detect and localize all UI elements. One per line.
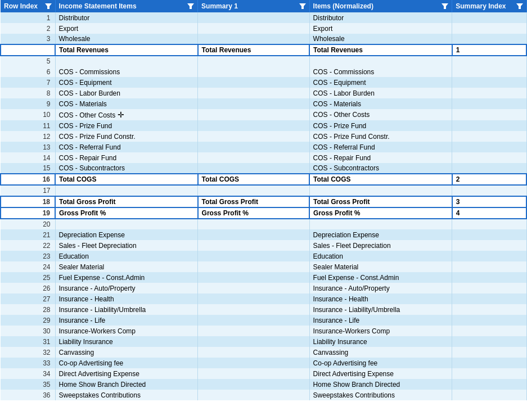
table-row: 32CanvassingCanvassing — [1, 347, 526, 358]
cell-index: 13 — [1, 142, 55, 152]
cell-income: COS - Referral Fund — [55, 142, 198, 152]
cell-summary-index — [452, 347, 526, 358]
filter-icon-summary-index[interactable] — [516, 3, 523, 9]
table-row: 31Liability InsuranceLiability Insurance — [1, 336, 526, 347]
cell-index: 28 — [1, 304, 55, 315]
cell-summary-index — [452, 229, 526, 240]
move-cursor-icon: ✛ — [118, 110, 124, 119]
svg-marker-4 — [516, 3, 523, 9]
cell-summary-index — [452, 219, 526, 229]
cell-income: COS - Prize Fund Constr. — [55, 131, 198, 142]
cell-summary-index — [452, 251, 526, 261]
cell-index: 26 — [1, 283, 55, 293]
cell-summary-index: 2 — [452, 174, 526, 185]
table-row: 22Sales - Fleet DepreciationSales - Flee… — [1, 240, 526, 251]
table-row: 25Fuel Expense - Const.AdminFuel Expense… — [1, 272, 526, 283]
cell-summary1: Total COGS — [198, 174, 309, 185]
cell-summary-index — [452, 336, 526, 347]
cell-index: 36 — [1, 390, 55, 400]
cell-index: 3 — [1, 34, 55, 44]
header-income-statement[interactable]: Income Statement Items — [55, 0, 198, 12]
cell-summary1 — [198, 293, 309, 304]
cell-index: 30 — [1, 326, 55, 336]
cell-normalized: COS - Referral Fund — [309, 142, 452, 152]
table-row: 27Insurance - HealthInsurance - Health — [1, 293, 526, 304]
table-row: 12COS - Prize Fund Constr.COS - Prize Fu… — [1, 131, 526, 142]
header-summary1[interactable]: Summary 1 — [198, 0, 309, 12]
cell-summary-index — [452, 77, 526, 88]
cell-normalized: COS - Other Costs — [309, 109, 452, 120]
cell-summary1 — [198, 12, 309, 23]
table-row: 23EducationEducation — [1, 251, 526, 261]
cell-income: Insurance-Workers Comp — [55, 326, 198, 336]
cell-summary-index — [452, 304, 526, 315]
cell-summary-index — [452, 272, 526, 283]
cell-summary1 — [198, 152, 309, 163]
svg-marker-3 — [442, 3, 448, 9]
cell-income: Total Gross Profit — [55, 196, 198, 207]
cell-index: 34 — [1, 368, 55, 379]
table-row: 2ExportExport — [1, 23, 526, 34]
cell-index: 19 — [1, 207, 55, 219]
cell-income — [55, 185, 198, 196]
cell-income: Canvassing — [55, 347, 198, 358]
table-row: 19Gross Profit %Gross Profit %Gross Prof… — [1, 207, 526, 219]
cell-income: COS - Commissions — [55, 66, 198, 77]
cell-summary1 — [198, 229, 309, 240]
table-row: 20 — [1, 219, 526, 229]
header-normalized[interactable]: Items (Normalized) — [309, 0, 452, 12]
table-row: 15COS - SubcontractorsCOS - Subcontracto… — [1, 163, 526, 174]
table-row: 1DistributorDistributor — [1, 12, 526, 23]
cell-summary1: Gross Profit % — [198, 207, 309, 219]
cell-index: 18 — [1, 196, 55, 207]
table-row: 10COS - Other Costs✛COS - Other Costs — [1, 109, 526, 120]
cell-normalized: COS - Materials — [309, 98, 452, 109]
cell-index: 12 — [1, 131, 55, 142]
cell-income: Education — [55, 251, 198, 261]
cell-income: COS - Materials — [55, 98, 198, 109]
cell-index: 31 — [1, 336, 55, 347]
table-header: Row Index Income Statement Items Summary… — [1, 0, 526, 12]
cell-income: Liability Insurance — [55, 336, 198, 347]
cell-income: Insurance - Liability/Umbrella — [55, 304, 198, 315]
cell-normalized: Home Show Branch Directed — [309, 379, 452, 390]
cell-income: COS - Other Costs✛ — [55, 109, 198, 120]
header-row-index[interactable]: Row Index — [1, 0, 55, 12]
cell-normalized: Liability Insurance — [309, 336, 452, 347]
cell-summary-index — [452, 131, 526, 142]
filter-icon-income[interactable] — [187, 3, 194, 9]
cell-index: 1 — [1, 12, 55, 23]
header-summary-index[interactable]: Summary Index — [452, 0, 526, 12]
cell-index: 35 — [1, 379, 55, 390]
cell-normalized: Fuel Expense - Const.Admin — [309, 272, 452, 283]
cell-normalized — [309, 185, 452, 196]
cell-summary-index — [452, 283, 526, 293]
filter-icon-row-index[interactable] — [45, 3, 52, 9]
filter-icon-summary1[interactable] — [299, 3, 306, 9]
cell-summary-index — [452, 293, 526, 304]
cell-summary1 — [198, 390, 309, 400]
table-row: 36Sweepstakes ContributionsSweepstakes C… — [1, 390, 526, 400]
cell-normalized: Sales - Fleet Depreciation — [309, 240, 452, 251]
svg-marker-1 — [187, 3, 194, 9]
cell-income: Sweepstakes Contributions — [55, 390, 198, 400]
cell-summary1 — [198, 251, 309, 261]
cell-normalized: Export — [309, 23, 452, 34]
cell-income: COS - Labor Burden — [55, 88, 198, 98]
cell-summary1 — [198, 315, 309, 326]
cell-summary-index — [452, 109, 526, 120]
filter-icon-normalized[interactable] — [442, 3, 448, 9]
cell-summary-index — [452, 120, 526, 131]
cell-income: Total COGS — [55, 174, 198, 185]
cell-summary1 — [198, 304, 309, 315]
cell-normalized: COS - Prize Fund — [309, 120, 452, 131]
cell-normalized: Co-op Advertising fee — [309, 358, 452, 368]
cell-income: Export — [55, 23, 198, 34]
table-row: 35Home Show Branch DirectedHome Show Bra… — [1, 379, 526, 390]
cell-income: Total Revenues — [55, 44, 198, 56]
cell-summary1 — [198, 98, 309, 109]
cell-normalized: COS - Labor Burden — [309, 88, 452, 98]
cell-index: 16 — [1, 174, 55, 185]
cell-index: 7 — [1, 77, 55, 88]
cell-index: 2 — [1, 23, 55, 34]
